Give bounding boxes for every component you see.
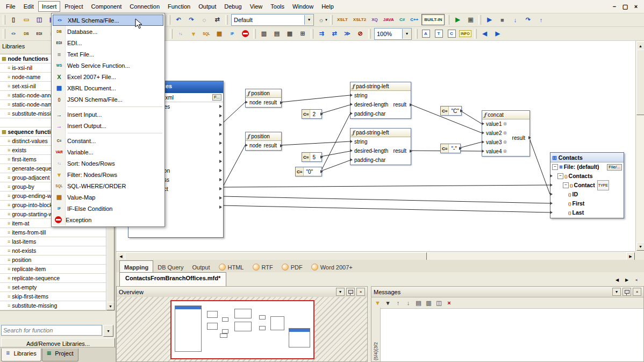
mapping-canvas[interactable]: BranchOfficesBranchOffices.xmlF...( )Bra…	[116, 41, 635, 251]
insert-menu-item-web-service[interactable]: WSWeb Service Function...	[53, 60, 163, 71]
toolbar-grip[interactable]	[253, 29, 256, 39]
stop-debug-button[interactable]: ■	[496, 14, 509, 26]
connect-recursively-button[interactable]: ≫	[341, 28, 354, 40]
insert-menu-item-sort[interactable]: ↑↓Sort: Nodes/Rows	[53, 158, 163, 169]
close-document-button[interactable]: ×	[632, 275, 641, 284]
library-function[interactable]: ≡replicate-sequence	[0, 274, 106, 283]
info-button[interactable]: INFO	[459, 30, 471, 37]
insert-menu-item-insert-output[interactable]: →Insert Output...	[53, 120, 163, 131]
menu-output[interactable]: Output	[195, 1, 220, 12]
insert-menu-item-database[interactable]: DBDatabase...	[53, 26, 163, 37]
result-tab-output[interactable]: Output	[188, 261, 214, 272]
menu-window[interactable]: Window	[289, 1, 317, 12]
menu-connection[interactable]: Connection	[126, 1, 163, 12]
search-input[interactable]	[1, 325, 102, 336]
target-node-contact[interactable]: −( )ContactTYPE	[550, 181, 624, 190]
connection[interactable]	[321, 105, 350, 113]
toolbar-grip[interactable]	[225, 15, 228, 25]
input-value2[interactable]: value2⊗	[482, 129, 512, 138]
toolbar-grip[interactable]	[478, 15, 481, 25]
remove-parameter-icon[interactable]: ⊗	[503, 119, 507, 129]
sql-where-order-button[interactable]: SQL	[200, 28, 213, 40]
target-node-contacts[interactable]: −( )Contacts	[550, 172, 624, 181]
copy-message-with-children-button[interactable]: ▥	[424, 298, 434, 308]
constant-dash[interactable]: C="-"	[440, 144, 461, 153]
connection[interactable]	[223, 205, 550, 212]
menu-insert[interactable]: Insert	[38, 1, 61, 12]
auto-connect-children-button[interactable]: ⇄	[328, 28, 341, 40]
insert-menu-item-excel[interactable]: XExcel 2007+ File...	[53, 71, 163, 82]
scroll-down-button[interactable]: ▼	[106, 302, 115, 310]
step-out-button[interactable]: ↑	[534, 14, 547, 26]
scroll-left-button[interactable]: ◀	[117, 252, 125, 260]
language-c-button[interactable]: C#	[397, 15, 407, 25]
input-value1[interactable]: value1⊗	[482, 119, 512, 129]
menu-component[interactable]: Component	[87, 1, 125, 12]
toolbar-grip[interactable]	[311, 29, 313, 39]
output-result[interactable]: result	[264, 100, 281, 105]
copy-message-button[interactable]: ▤	[413, 298, 424, 308]
canvas-vertical-scrollbar[interactable]: ▲ ▼	[635, 41, 644, 251]
insert-menu-item-xbrl[interactable]: ▦XBRL Document...	[53, 82, 163, 94]
target-node-file-default-[interactable]: −≣File: (default)File/...	[550, 162, 624, 172]
messages-dropdown-button[interactable]: ▾	[612, 288, 621, 296]
filter-nodes-button[interactable]: ▼	[187, 28, 200, 40]
toolbar-grip[interactable]	[3, 15, 5, 25]
target-file-button[interactable]: File/...	[607, 164, 622, 171]
insert-menu-item-json-schema[interactable]: {}JSON Schema/File...	[53, 94, 163, 105]
insert-menu-item-text-file[interactable]: ≡Text File...	[53, 48, 163, 60]
result-tab-rtf[interactable]: RTF	[248, 261, 277, 272]
close-button[interactable]: ×	[631, 2, 641, 11]
insert-menu-item-insert-input[interactable]: →Insert Input...	[53, 109, 163, 120]
delete-connections-button[interactable]: ⊘	[354, 28, 367, 40]
menu-view[interactable]: View	[246, 1, 267, 12]
input-padding-char[interactable]: padding-char	[350, 155, 393, 165]
connection[interactable]	[281, 141, 350, 145]
toolbar-grip[interactable]	[415, 29, 418, 39]
next-message-button[interactable]: ↓	[403, 298, 413, 308]
input-value4[interactable]: value4⊗	[482, 147, 512, 156]
restore-button[interactable]: ▢	[620, 2, 630, 11]
input-string[interactable]: string	[350, 91, 393, 100]
library-function[interactable]: ≡substitute-missing	[0, 301, 106, 310]
scroll-up-button[interactable]: ▲	[636, 41, 644, 50]
target-node-first[interactable]: ( )First	[550, 199, 624, 208]
input-value3[interactable]: value3⊗	[482, 138, 512, 147]
overview-dropdown-button[interactable]: ▾	[336, 288, 345, 296]
search-options-button[interactable]: ▾	[103, 325, 113, 337]
connection[interactable]	[281, 95, 350, 102]
value-map-button[interactable]: ▦	[213, 28, 226, 40]
language-xslt2-button[interactable]: XSLT2	[351, 15, 368, 25]
result-tab-pdf[interactable]: PDF	[277, 261, 307, 272]
target-component[interactable]: ⊞Contacts−≣File: (default)File/...−( )Co…	[550, 152, 624, 218]
save-button[interactable]: ◫	[33, 14, 46, 26]
constant-letter-c[interactable]: C="C"	[440, 106, 462, 116]
toolbar-grip[interactable]	[447, 15, 449, 25]
overview-pin-button[interactable]	[346, 288, 355, 296]
insert-menu-item-if-else[interactable]: IFIF-Else Condition	[53, 203, 163, 214]
show-selectors-button[interactable]: C	[445, 28, 458, 40]
collapse-icon[interactable]: −	[552, 164, 558, 170]
overview-viewport[interactable]	[170, 300, 314, 359]
sort-nodes-button[interactable]: ↑↓	[174, 28, 187, 40]
find-button[interactable]: ◌	[198, 14, 211, 26]
menu-help[interactable]: Help	[318, 1, 338, 12]
function-pad2[interactable]: ƒpad-string-leftstringdesired-lengthpadd…	[350, 128, 411, 165]
input-desired-length[interactable]: desired-length	[350, 100, 393, 109]
constant-two[interactable]: C=2	[302, 109, 322, 119]
language-xq-button[interactable]: XQ	[369, 15, 380, 25]
toolbar-grip[interactable]	[330, 15, 333, 25]
function-pad1[interactable]: ƒpad-string-leftstringdesired-lengthpadd…	[350, 82, 411, 119]
insert-menu-item-filter[interactable]: ▼Filter: Nodes/Rows	[53, 169, 163, 180]
library-function[interactable]: ≡last-items	[0, 237, 106, 246]
library-function[interactable]: ≡position	[0, 255, 106, 265]
show-grid-button[interactable]: ⊞	[296, 28, 309, 40]
scroll-right-button[interactable]: ▶	[626, 252, 635, 260]
insert-menu-item-variable[interactable]: VARVariable...	[53, 146, 163, 158]
library-function[interactable]: ≡set-empty	[0, 283, 106, 292]
forward-button[interactable]: ▶	[491, 28, 504, 40]
next-document-button[interactable]: ▶	[622, 275, 631, 284]
panel-tab-project[interactable]: ▦Project	[42, 349, 78, 361]
toolbar-grip[interactable]	[168, 15, 170, 25]
undo-button[interactable]: ↶	[172, 14, 185, 26]
